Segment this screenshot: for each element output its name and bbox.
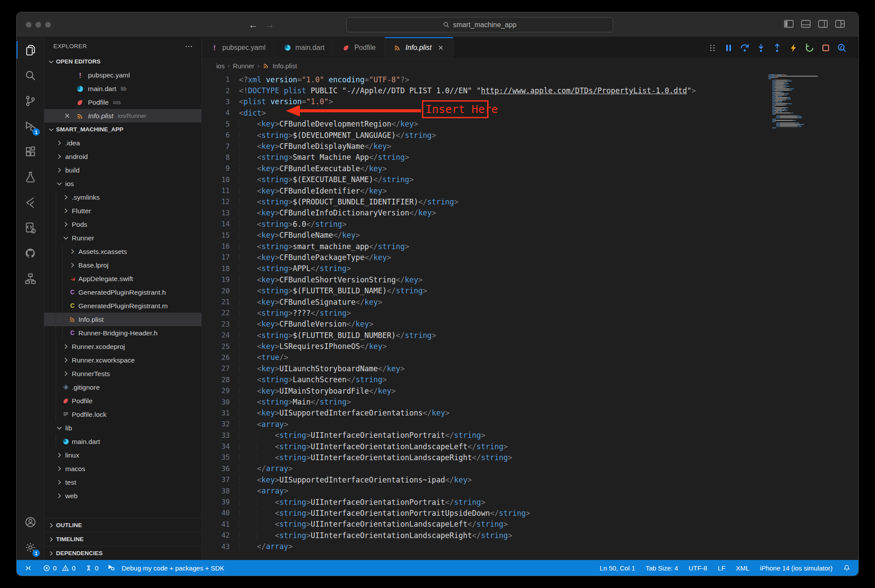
tree-item-GeneratedPluginRegistrant.h[interactable]: CGeneratedPluginRegistrant.h [44, 285, 201, 299]
tree-item-linux[interactable]: linux [44, 448, 201, 462]
stop-button[interactable] [821, 43, 831, 53]
tree-item-Runner[interactable]: Runner [44, 231, 201, 245]
back-arrow-icon[interactable]: ← [249, 20, 258, 30]
step-out-button[interactable] [772, 43, 782, 53]
indent-guide [56, 245, 62, 258]
traffic-light-close[interactable] [26, 22, 32, 28]
tab-Info.plist[interactable]: Info.plist [385, 37, 453, 58]
breadcrumb-item-ios[interactable]: ios [216, 62, 225, 70]
search-icon [443, 21, 450, 28]
ports-indicator[interactable]: 0 [85, 564, 98, 572]
activity-testing[interactable] [17, 164, 44, 190]
chevron-down-icon [62, 234, 72, 242]
tree-item-Base.lproj[interactable]: Base.lproj [44, 258, 201, 272]
section-project[interactable]: SMART_MACHINE_APP [44, 123, 201, 136]
tree-item-ios[interactable]: ios [44, 177, 201, 190]
tree-item-Runner-Bridging-Header.h[interactable]: CRunner-Bridging-Header.h [44, 326, 201, 340]
activity-flutter-sdk[interactable] [17, 215, 44, 240]
sidebar-more-actions[interactable]: ⋯ [185, 41, 193, 51]
tree-item-RunnerTests[interactable]: RunnerTests [44, 367, 201, 380]
indent-guide [239, 398, 257, 406]
tree-item-Assets.xcassets[interactable]: Assets.xcassets [44, 245, 201, 258]
debug-config[interactable]: Debug my code + packages + SDK [108, 564, 224, 572]
open-editor-Info.plist[interactable]: Info.plistios/Runner [44, 109, 201, 123]
code-editor[interactable]: 1<?xml version="1.0" encoding="UTF-8"?>2… [202, 73, 858, 560]
remote-indicator[interactable] [25, 564, 32, 572]
activity-search[interactable] [17, 63, 44, 88]
eol[interactable]: LF [718, 564, 726, 572]
section-dependencies[interactable]: DEPENDENCIES [44, 546, 201, 560]
indent-guide [239, 509, 257, 518]
problems-indicator[interactable]: 00 [43, 564, 76, 572]
cursor-position[interactable]: Ln 50, Col 1 [600, 564, 635, 572]
hot-reload-button[interactable] [788, 43, 798, 53]
tree-item-GeneratedPluginRegistrant.m[interactable]: CGeneratedPluginRegistrant.m [44, 299, 201, 313]
tree-item-android[interactable]: android [44, 150, 201, 163]
tree-item-Runner.xcworkspace[interactable]: Runner.xcworkspace [44, 353, 201, 367]
activity-run-and-debug[interactable]: 1 [17, 113, 44, 139]
activity-source-control[interactable] [17, 88, 44, 113]
indent-guide [239, 153, 257, 162]
traffic-light-minimize[interactable] [35, 22, 41, 28]
activity-hierarchy[interactable] [17, 266, 44, 291]
pubspec-file-icon: ! [211, 44, 218, 52]
tree-item-web[interactable]: web [44, 489, 201, 503]
tree-item-Pods[interactable]: Pods [44, 218, 201, 231]
breadcrumb-item-Info.plist[interactable]: Info.plist [273, 62, 297, 70]
code-line-19: 19<key>CFBundleShortVersionString</key> [202, 274, 858, 285]
command-center-search[interactable]: smart_machine_app [346, 17, 613, 32]
traffic-light-zoom[interactable] [45, 22, 51, 28]
open-devtools-button[interactable] [837, 43, 847, 53]
tab-main.dart[interactable]: main.dart [275, 37, 334, 58]
activity-settings[interactable]: 1 [17, 535, 44, 560]
activity-accounts[interactable] [17, 509, 44, 535]
tree-item-.symlinks[interactable]: .symlinks [44, 190, 201, 204]
open-editor-main.dart[interactable]: main.dartlib [44, 82, 201, 95]
toggle-panel-button[interactable] [801, 19, 811, 30]
minimap[interactable] [768, 74, 835, 129]
section-timeline[interactable]: TIMELINE [44, 532, 201, 546]
close-icon[interactable] [437, 44, 444, 51]
tree-item-build[interactable]: build [44, 163, 201, 177]
close-icon[interactable] [63, 112, 71, 120]
open-editor-pubspec.yaml[interactable]: !pubspec.yaml [44, 68, 201, 82]
tab-Podfile[interactable]: Podfile [334, 37, 385, 58]
tree-item-macos[interactable]: macos [44, 462, 201, 475]
section-outline[interactable]: OUTLINE [44, 518, 201, 532]
tree-item-test[interactable]: test [44, 475, 201, 489]
tree-item-Runner.xcodeproj[interactable]: Runner.xcodeproj [44, 340, 201, 353]
step-over-button[interactable] [740, 43, 750, 53]
tree-item-Podfile.lock[interactable]: Podfile.lock [44, 408, 201, 421]
breadcrumb-item-Runner[interactable]: Runner [233, 62, 254, 70]
toggle-primary-sidebar-button[interactable] [784, 19, 794, 30]
activity-flutter[interactable] [17, 190, 44, 215]
grip-button[interactable] [707, 43, 717, 53]
tree-item-Info.plist[interactable]: Info.plist [44, 313, 201, 326]
tree-item-AppDelegate.swift[interactable]: AppDelegate.swift [44, 272, 201, 285]
activity-extensions[interactable] [17, 139, 44, 164]
toggle-secondary-sidebar-button[interactable] [818, 19, 828, 30]
customize-layout-button[interactable] [835, 19, 845, 30]
device-selector[interactable]: iPhone 14 (ios simulator) [760, 564, 833, 572]
indentation[interactable]: Tab Size: 4 [646, 564, 678, 572]
tree-item-label: .gitignore [72, 384, 100, 391]
tree-item-Flutter[interactable]: Flutter [44, 204, 201, 218]
tree-item-.idea[interactable]: .idea [44, 136, 201, 150]
tab-pubspec.yaml[interactable]: !pubspec.yaml [202, 37, 275, 58]
open-editor-Podfile[interactable]: Podfileios [44, 95, 201, 109]
tree-item-lib[interactable]: lib [44, 421, 201, 435]
section-open-editors[interactable]: OPEN EDITORS [44, 55, 201, 68]
tree-item-main.dart[interactable]: main.dart [44, 435, 201, 448]
activity-github[interactable] [17, 240, 44, 266]
pause-button[interactable] [724, 43, 734, 53]
step-into-button[interactable] [756, 43, 766, 53]
notifications-bell[interactable] [843, 564, 850, 572]
language-mode[interactable]: XML [736, 564, 749, 572]
activity-explorer[interactable] [17, 37, 44, 63]
tree-item-Podfile[interactable]: Podfile [44, 394, 201, 408]
line-number: 11 [202, 187, 230, 195]
restart-button[interactable] [805, 43, 815, 53]
forward-arrow-icon[interactable]: → [265, 20, 274, 30]
encoding[interactable]: UTF-8 [689, 564, 707, 572]
tree-item-.gitignore[interactable]: .gitignore [44, 380, 201, 394]
